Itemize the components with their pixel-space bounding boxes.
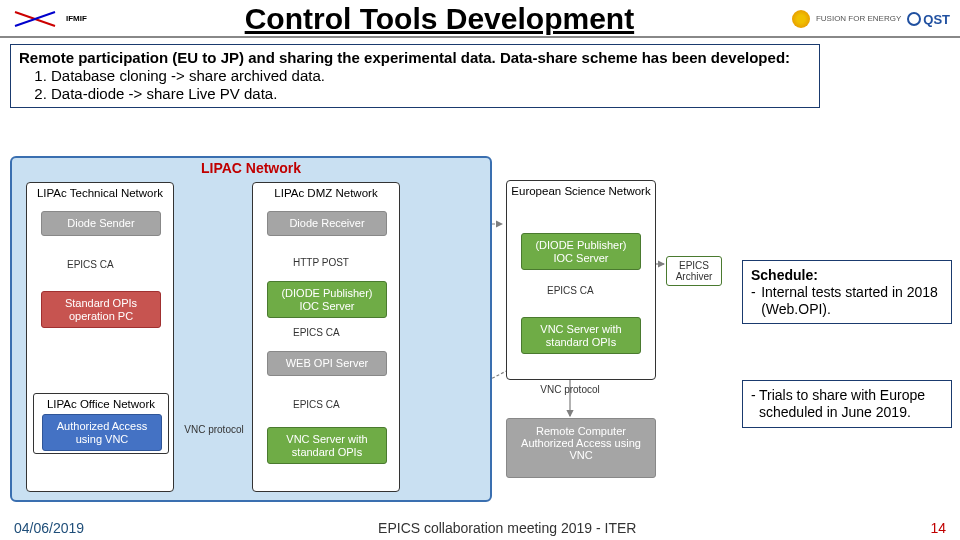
fusion-for-energy-icon — [792, 10, 810, 28]
footer-date: 04/06/2019 — [14, 520, 84, 536]
intro-item-2: Data-diode -> share Live PV data. — [51, 85, 811, 103]
schedule-item-1: Internal tests started in 2018 (Web.OPI)… — [761, 284, 943, 318]
office-network-title: LIPAc Office Network — [36, 396, 166, 412]
header-right-logos: FUSION FOR ENERGY QST — [792, 10, 950, 28]
vnc-server-dmz-node: VNC Server with standard OPIs — [267, 427, 387, 464]
intro-description-box: Remote participation (EU to JP) and shar… — [10, 44, 820, 108]
remote-computer-node: Remote Computer Authorized Access using … — [506, 418, 656, 478]
col2-title: LIPAc DMZ Network — [253, 183, 399, 203]
network-diagram: LIPAC Network LIPAc Technical Network Di… — [10, 156, 730, 502]
lipac-dmz-network-box: LIPAc DMZ Network Diode Receiver HTTP PO… — [252, 182, 400, 492]
qst-logo-icon: QST — [907, 12, 950, 27]
epics-ca-label-4: EPICS CA — [547, 285, 594, 296]
footer-center-text: EPICS collaboration meeting 2019 - ITER — [378, 520, 636, 536]
lipac-network-title: LIPAC Network — [12, 160, 490, 176]
euro-title: European Science Network — [507, 181, 655, 201]
vnc-protocol-label-2: VNC protocol — [530, 384, 610, 395]
schedule-title: Schedule: — [751, 267, 943, 284]
trials-item: Trials to share with Europe scheduled in… — [759, 387, 943, 421]
slide-title: Control Tools Development — [87, 2, 792, 36]
web-opi-server-node: WEB OPI Server — [267, 351, 387, 376]
diode-publisher-dmz-node: (DIODE Publisher) IOC Server — [267, 281, 387, 318]
schedule-box: Schedule: -Internal tests started in 201… — [742, 260, 952, 324]
col1-title: LIPAc Technical Network — [27, 183, 173, 203]
vnc-server-euro-node: VNC Server with standard OPIs — [521, 317, 641, 354]
f4e-text: FUSION FOR ENERGY — [816, 15, 901, 23]
epics-archiver-node: EPICS Archiver — [666, 256, 722, 286]
epics-ca-label-1: EPICS CA — [67, 259, 114, 270]
european-science-network-box: European Science Network (DIODE Publishe… — [506, 180, 656, 380]
diode-sender-node: Diode Sender — [41, 211, 161, 236]
lipac-network-container: LIPAC Network LIPAc Technical Network Di… — [10, 156, 492, 502]
intro-lead-text: Remote participation (EU to JP) and shar… — [19, 49, 811, 67]
slide-footer: 04/06/2019 EPICS collaboration meeting 2… — [0, 520, 960, 536]
epics-ca-label-2: EPICS CA — [293, 327, 340, 338]
lipac-technical-network-box: LIPAc Technical Network Diode Sender EPI… — [26, 182, 174, 492]
footer-page-number: 14 — [930, 520, 946, 536]
vnc-protocol-label-1: VNC protocol — [184, 424, 244, 435]
diode-publisher-euro-node: (DIODE Publisher) IOC Server — [521, 233, 641, 270]
standard-opi-node: Standard OPIs operation PC — [41, 291, 161, 328]
ifmif-logo-icon — [10, 4, 60, 34]
authorized-access-node: Authorized Access using VNC — [42, 414, 162, 451]
diode-receiver-node: Diode Receiver — [267, 211, 387, 236]
slide-header: IFMIF Control Tools Development FUSION F… — [0, 0, 960, 38]
intro-item-1: Database cloning -> share archived data. — [51, 67, 811, 85]
trials-box: -Trials to share with Europe scheduled i… — [742, 380, 952, 428]
ifmif-logo-text: IFMIF — [66, 15, 87, 23]
office-network-box: LIPAc Office Network Authorized Access u… — [33, 393, 169, 454]
http-post-label: HTTP POST — [293, 257, 349, 268]
epics-ca-label-3: EPICS CA — [293, 399, 340, 410]
header-left-logos: IFMIF — [10, 4, 87, 34]
